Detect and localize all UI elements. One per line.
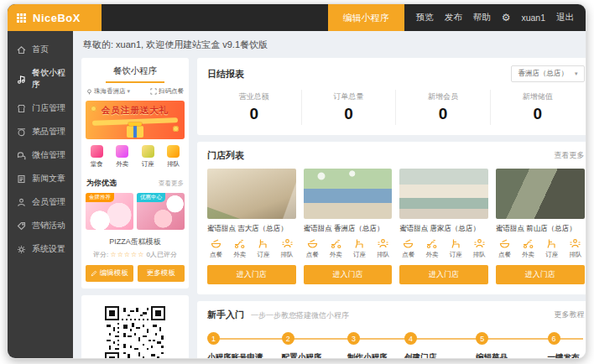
edit-template-button[interactable]: 编辑模板 [86,265,133,282]
sidebar-item-wechat-management[interactable]: 微信管理 [8,143,73,167]
action-order[interactable]: 点餐 [498,238,511,259]
main-content: 尊敬的: xuan1, 欢迎使用建站宝盒 v9.1餐饮版 餐饮小程序 珠海香洲店… [73,31,586,359]
scooter-icon [426,238,437,249]
store-list-more-link[interactable]: 查看更多 [555,150,585,161]
nav-queue[interactable]: 排队 [167,145,180,169]
stat-new-deposits: 新增储值 0 [490,90,585,125]
action-queue[interactable]: 排队 [377,238,389,259]
settings-gear-icon [17,245,26,254]
username[interactable]: xuan1 [521,13,545,23]
sidebar-item-marketing[interactable]: 营销活动 [8,214,73,237]
enter-store-button[interactable]: 进入门店 [207,265,296,284]
action-queue[interactable]: 排队 [281,238,294,259]
step-number: 5 [476,332,488,345]
step-number: 1 [207,332,220,345]
logo[interactable]: NiceBoX [8,4,102,31]
guide-step-3: 3 制作小程序 选择模板 设计制作 [347,332,404,359]
nav-dine-in[interactable]: 堂食 [91,145,103,169]
pick-item[interactable]: 金牌推荐 [86,193,133,230]
sidebar-item-member-management[interactable]: 会员管理 [8,190,73,214]
qr-card: 扫描二维码到手机预览 [81,295,189,359]
store-photo[interactable] [304,169,393,219]
sidebar-item-news-articles[interactable]: 新闻文章 [8,167,73,190]
action-takeout[interactable]: 外卖 [425,238,438,259]
edit-miniprogram-button[interactable]: 编辑小程序 [328,4,404,31]
action-queue[interactable]: 排队 [473,238,486,259]
action-queue[interactable]: 排队 [569,238,581,259]
store-location-selector[interactable]: 珠海香洲店 ▾ [86,87,130,96]
qr-code [105,306,165,359]
guide-subtitle: 一步一步教您搭建微信小程序 [251,310,349,321]
beginner-guide-card: 新手入门 一步一步教您搭建微信小程序 更多教程 1 小程序账号申请 [197,301,586,359]
home-icon [17,45,26,55]
member-promo-banner[interactable]: 会员注册送大礼 [86,101,185,139]
action-takeout[interactable]: 外卖 [330,238,342,259]
more-tutorials-link[interactable]: 更多教程 [555,309,585,320]
action-order[interactable]: 点餐 [402,238,414,259]
guide-title: 新手入门 [207,309,244,321]
store-photo[interactable] [207,169,296,219]
step-number: 6 [548,332,560,345]
guide-step-1: 1 小程序账号申请 个人小程序账号注册 企业小程序账号注册、认证 微信公众号注册… [207,332,282,359]
scan-icon [150,88,157,95]
store-photo[interactable] [496,169,585,219]
gear-icon[interactable]: ⚙ [502,12,511,23]
chevron-down-icon: ▾ [575,70,578,77]
store-card: 蜜语甜点 香洲店（总店） 点餐 外卖 订座 排队 进入门店 [304,169,393,284]
people-icon [282,238,293,249]
sidebar-item-store-management[interactable]: 门店管理 [8,96,73,120]
picks-title: 为你优选 [86,178,117,189]
sidebar: 首页 餐饮小程序 门店管理 菜品管理 微信管理 新闻文章 [8,31,73,359]
scooter-icon [331,238,341,249]
action-order[interactable]: 点餐 [210,238,222,259]
more-templates-button[interactable]: 更多模板 [138,265,185,282]
store-card: 蜜语甜点 唐家店（总店） 点餐 外卖 订座 排队 进入门店 [399,169,488,284]
help-link[interactable]: 帮助 [473,12,491,23]
sidebar-item-restaurant-miniprogram[interactable]: 餐饮小程序 [8,61,73,96]
topbar-links: 预览 发布 帮助 ⚙ xuan1 退出 [404,4,586,31]
logout-link[interactable]: 退出 [556,12,574,23]
action-reserve[interactable]: 订座 [545,238,558,259]
enter-store-button[interactable]: 进入门店 [304,265,393,284]
seat-icon [451,238,461,249]
dish-icon [17,127,26,137]
template-rating: 评分: ☆☆☆☆☆ 0人已评分 [81,250,189,259]
store-icon [17,104,26,113]
people-icon [570,238,581,249]
scan-order-button[interactable]: 扫码点餐 [150,87,184,96]
nav-takeout[interactable]: 外卖 [116,145,128,169]
news-icon [17,174,26,184]
store-card: 蜜语甜点 前山店（总店） 点餐 外卖 订座 排队 进入门店 [496,169,585,284]
action-reserve[interactable]: 订座 [353,238,366,259]
action-reserve[interactable]: 订座 [450,238,462,259]
daily-report-card: 日结报表 香洲店（总店） ▾ 营业总额 0 [197,58,586,135]
sidebar-item-settings[interactable]: 系统设置 [8,237,73,261]
queue-icon [167,145,180,158]
gift-box-graphic [127,126,143,138]
step-number: 3 [347,332,360,345]
step-number: 2 [282,332,294,345]
store-list-card: 门店列表 查看更多 蜜语甜点 吉大店（总店） 点餐 外卖 订座 [197,142,586,294]
action-reserve[interactable]: 订座 [257,238,269,259]
store-photo[interactable] [399,169,488,219]
action-takeout[interactable]: 外卖 [233,238,246,259]
preview-link[interactable]: 预览 [416,12,434,23]
bowl-icon [403,238,414,249]
nav-reservation[interactable]: 订座 [142,145,154,169]
coin-graphic [173,126,179,132]
sidebar-item-dish-management[interactable]: 菜品管理 [8,120,73,143]
store-filter-dropdown[interactable]: 香洲店（总店） ▾ [511,65,584,82]
banner-title: 会员注册送大礼 [86,105,185,117]
action-order[interactable]: 点餐 [306,238,319,259]
enter-store-button[interactable]: 进入门店 [496,265,585,284]
phone-preview-card: 餐饮小程序 珠海香洲店 ▾ 扫码点餐 [81,58,189,289]
pencil-icon [91,270,97,277]
enter-store-button[interactable]: 进入门店 [399,265,488,284]
guide-step-2: 2 配置小程序 建站宝盒对接配置 微信开发工具配置 [282,332,347,359]
action-takeout[interactable]: 外卖 [522,238,534,259]
wechat-icon [17,151,26,160]
picks-more-link[interactable]: 查看更多 [159,179,184,188]
pick-item[interactable]: 优惠中心 [137,193,185,230]
sidebar-item-home[interactable]: 首页 [8,38,73,61]
publish-link[interactable]: 发布 [445,12,462,23]
